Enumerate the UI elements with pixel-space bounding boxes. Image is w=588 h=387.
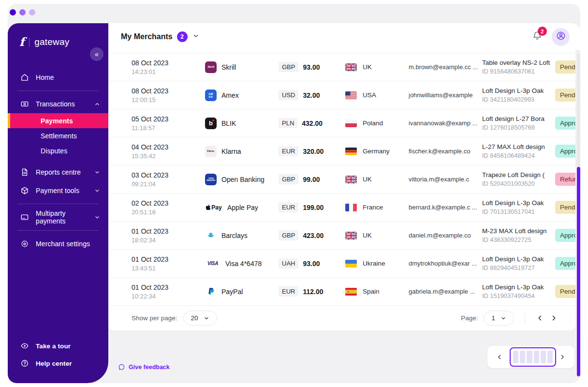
horizontal-scrollbar (487, 346, 574, 368)
chevron-down-icon (192, 32, 200, 42)
table-row[interactable]: 05 Oct 202311:18:57bBLIKPLN432.00Polandi… (108, 109, 575, 137)
country-cell: USA (345, 91, 409, 99)
country-cell: Poland (345, 119, 409, 127)
merchant-count-badge: 2 (177, 31, 188, 42)
scrollbar-track[interactable] (510, 350, 552, 364)
notifications-button[interactable]: 2 (531, 30, 543, 44)
tools-icon (20, 186, 29, 195)
status-cell: Approved (555, 229, 575, 242)
amount-value: 93.00 (303, 260, 320, 268)
payment-method-cell: Klarna.Klarna (205, 146, 279, 157)
germany-flag-icon (345, 148, 357, 155)
vertical-scrollbar[interactable] (577, 167, 580, 376)
transaction-id: ID 9156480637061 (482, 68, 550, 75)
date-cell: 03 Oct 202309:21:04 (132, 171, 205, 188)
country-cell: UK (345, 63, 409, 71)
applepay-icon: Pay (205, 202, 222, 213)
visa-icon: VISA (205, 258, 220, 269)
user-icon (556, 30, 566, 43)
table-row[interactable]: 03 Oct 202309:21:04OPENBANKINGOpen Banki… (108, 165, 575, 194)
logo-text: gateway (34, 37, 69, 47)
country-cell: UK (345, 176, 409, 183)
table-row[interactable]: 08 Oct 202312:00:15AMEXAmexUSD32.00USAjo… (108, 81, 575, 109)
uk-flag-icon (345, 176, 357, 183)
description-cell: M-23 MAX Loft designID 438330922725 (482, 227, 555, 243)
sidebar-item-merchant-settings[interactable]: Merchant settings (8, 235, 108, 253)
status-cell: Refunded (555, 173, 575, 186)
sidebar-item-reports-centre[interactable]: Reports centre (8, 163, 108, 181)
currency-chip: EUR (279, 202, 298, 212)
sidebar-item-label: Take a tour (36, 342, 71, 350)
sidebar-collapse-button[interactable]: « (90, 47, 103, 61)
country-label: France (363, 204, 383, 211)
sidebar-item-home[interactable]: Home (8, 68, 108, 87)
vertical-scrollbar-track[interactable] (577, 53, 580, 376)
logo: f gateway (8, 23, 108, 49)
per-page-value: 20 (191, 314, 198, 322)
scroll-right-button[interactable] (556, 352, 569, 362)
uk-flag-icon (345, 63, 357, 71)
window-dot (10, 9, 16, 15)
table-row[interactable]: 01 Oct 202310:22:34PayPalEUR112.00Spaing… (108, 278, 575, 306)
give-feedback-link[interactable]: Give feedback (118, 363, 170, 371)
table-row[interactable]: 01 Oct 202313:43:51VISAVisa 4*6478UAH93.… (108, 250, 575, 278)
date-cell: 01 Oct 202318:02:34 (132, 227, 205, 244)
prev-page-button[interactable] (533, 313, 547, 324)
description-cell: Table overlay NS-2 LoftID 9156480637061 (482, 59, 555, 75)
profile-button[interactable] (552, 28, 570, 46)
country-cell: Spain (345, 288, 409, 296)
sidebar-item-label: Disputes (41, 147, 67, 155)
amount-cell: GBP93.00 (279, 62, 345, 72)
description-cell: Loft design L-27 BoraID 1276018505769 (482, 115, 555, 131)
currency-chip: USD (279, 90, 298, 100)
chevron-down-icon (94, 169, 101, 176)
sidebar-item-payments[interactable]: Payments (8, 113, 108, 128)
status-cell: Pending (555, 89, 575, 102)
poland-flag-icon (345, 119, 357, 127)
description-cell: Trapeze Loft Design (ID 5204201003520 (482, 171, 555, 187)
sidebar-item-take-a-tour[interactable]: Take a tour (8, 341, 80, 351)
customer-email: fischer.k@example.co (409, 148, 482, 155)
per-page-select[interactable]: 20 (183, 311, 217, 326)
table-row[interactable]: 08 Oct 202314:23:01SkrillSkrillGBP93.00U… (108, 53, 575, 81)
merchant-selector[interactable]: My Merchants 2 (121, 31, 200, 42)
spain-flag-icon (345, 288, 357, 296)
country-label: UK (363, 176, 372, 183)
sidebar-item-settlements[interactable]: Settlements (8, 128, 108, 143)
amount-value: 423.00 (303, 232, 323, 239)
scroll-left-button[interactable] (493, 352, 506, 362)
payment-method-cell: OPENBANKINGOpen Banking (205, 174, 279, 185)
currency-chip: GBP (279, 230, 298, 240)
sidebar-item-disputes[interactable]: Disputes (8, 143, 108, 158)
sidebar-item-payment-tools[interactable]: Payment tools (8, 181, 108, 200)
amount-cell: GBP423.00 (279, 230, 345, 240)
table-row[interactable]: 02 Oct 202320:51:16PayApple PayEUR199.00… (108, 194, 575, 222)
page-select[interactable]: 1 (484, 311, 514, 326)
amount-cell: UAH93.00 (279, 258, 345, 268)
sidebar-nav: HomeTransactionsPaymentsSettlementsDispu… (8, 68, 108, 253)
description-cell: L-27 MAX Loft designID 8456106489424 (482, 143, 555, 159)
brand-mark: f (19, 35, 24, 49)
payment-method-cell: AMEXAmex (205, 89, 279, 101)
currency-chip: UAH (279, 258, 298, 268)
uk-flag-icon (345, 232, 357, 239)
next-page-button[interactable] (547, 313, 561, 324)
chat-bubble-icon (118, 363, 125, 371)
currency-chip: EUR (279, 146, 298, 156)
table-row[interactable]: 01 Oct 202318:02:34BarclaysGBP423.00UKda… (108, 222, 575, 250)
sidebar-item-multiparty-payments[interactable]: Multiparty payments (8, 208, 108, 226)
scrollbar-thumb[interactable] (510, 347, 556, 367)
date-cell: 08 Oct 202312:00:15 (132, 87, 205, 104)
sidebar-item-transactions[interactable]: Transactions (8, 95, 108, 113)
multiparty-icon (20, 213, 29, 222)
country-label: UK (363, 63, 372, 71)
blik-icon: b (205, 118, 217, 129)
amount-value: 320.00 (303, 148, 323, 155)
sidebar-item-label: Help center (36, 360, 72, 367)
amount-value: 112.00 (303, 288, 323, 296)
date-cell: 02 Oct 202320:51:16 (132, 199, 205, 216)
klarna-icon: Klarna. (205, 146, 217, 157)
country-cell: Ukraine (345, 260, 409, 268)
table-row[interactable]: 04 Oct 202315:35:42Klarna.KlarnaEUR320.0… (108, 137, 575, 165)
sidebar-item-help-center[interactable]: Help center (8, 358, 80, 369)
